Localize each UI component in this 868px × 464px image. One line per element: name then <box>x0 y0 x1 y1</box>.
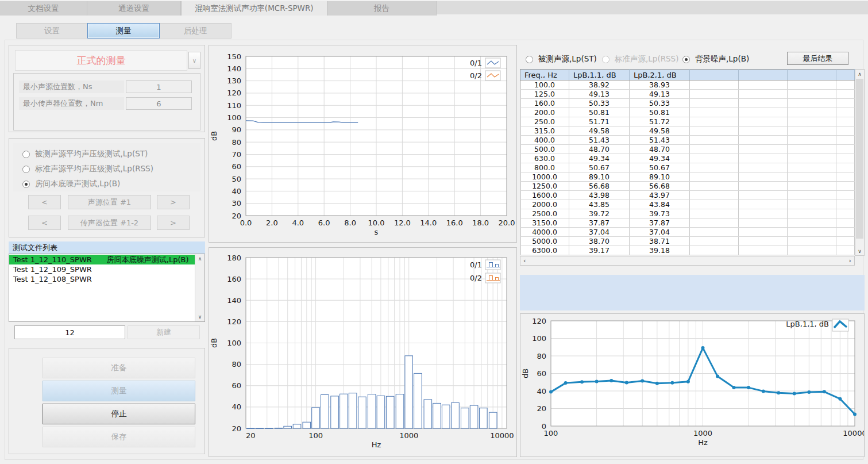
table-cell: 50.33 <box>569 99 630 108</box>
result-radio-lp-rss[interactable]: 标准声源,Lp(RSS) <box>602 54 678 64</box>
new-file-button[interactable]: 新建 <box>128 325 200 339</box>
table-cell-empty <box>788 136 836 145</box>
table-row[interactable]: 2500.039.7239.73 <box>520 209 855 218</box>
table-row[interactable]: 630.049.3449.34 <box>520 154 855 163</box>
table-row[interactable]: 200.050.8150.81 <box>520 108 855 117</box>
svg-text:140: 140 <box>227 64 241 73</box>
tab-mcr-spwr[interactable]: 混响室法测试声功率(MCR-SPWR) <box>181 1 327 16</box>
table-cell-empty <box>690 246 739 255</box>
table-row[interactable]: 3150.037.8737.87 <box>520 218 855 228</box>
final-result-button[interactable]: 最后结果 <box>787 52 848 65</box>
scroll-right-icon[interactable]: › <box>849 257 851 264</box>
table-column-header <box>788 70 836 80</box>
radio-lp-b-label: 房间本底噪声测试,Lp(B) <box>35 179 120 189</box>
mic-position-next-button[interactable]: > <box>157 216 190 230</box>
scroll-down-icon[interactable]: ∨ <box>198 314 202 320</box>
table-row[interactable]: 1250.056.6856.68 <box>520 182 855 191</box>
table-cell: 37.87 <box>630 218 690 228</box>
scroll-left-icon[interactable]: ‹ <box>523 257 526 264</box>
svg-text:60: 60 <box>232 162 241 171</box>
table-cell-empty <box>836 191 855 200</box>
file-list-item[interactable]: Test 1_12_109_SPWR <box>9 264 195 274</box>
table-cell-empty <box>788 218 836 228</box>
table-cell-empty <box>739 90 788 99</box>
svg-text:14.0: 14.0 <box>420 218 437 227</box>
result-radio-lp-b[interactable]: 背景噪声,Lp(B) <box>682 54 749 64</box>
measure-mode-dropdown[interactable]: 正式的测量 <box>15 50 187 71</box>
table-cell-empty <box>836 228 855 237</box>
table-row[interactable]: 500.048.7048.70 <box>520 145 855 154</box>
subtab-measure[interactable]: 测量 <box>87 23 160 39</box>
stop-button[interactable]: 停止 <box>43 404 195 424</box>
table-horizontal-scrollbar[interactable]: ‹ › <box>520 256 855 266</box>
table-cell: 5000.0 <box>520 237 569 246</box>
table-row[interactable]: 800.050.6750.67 <box>520 163 855 172</box>
time-history-chart: 20304050607080901001101201301401500.02.0… <box>209 45 517 243</box>
result-radio-lp-st[interactable]: 被测声源,Lp(ST) <box>526 54 597 64</box>
svg-text:s: s <box>375 228 379 236</box>
table-cell: 89.10 <box>630 172 690 182</box>
prepare-button[interactable]: 准备 <box>43 358 195 378</box>
measure-mode-group: 正式的测量 ∨ 最小声源位置数，Ns 1 最小传声器位置数，Nm 6 <box>9 45 205 132</box>
table-cell-empty <box>788 108 836 117</box>
scroll-down-icon[interactable]: ∨ <box>855 247 864 255</box>
file-listbox: Test 1_12_110_SPWR房间本底噪声测试,Lp(B)Test 1_1… <box>9 254 205 322</box>
table-cell: 125.0 <box>520 90 569 99</box>
min-source-positions-value[interactable]: 1 <box>126 80 192 93</box>
table-cell: 39.72 <box>569 209 630 218</box>
table-row[interactable]: 250.051.7151.72 <box>520 117 855 126</box>
chevron-down-icon[interactable]: ∨ <box>188 52 200 69</box>
subtab-settings[interactable]: 设置 <box>16 23 88 39</box>
table-row[interactable]: 315.049.5849.58 <box>520 126 855 136</box>
table-cell: 500.0 <box>520 145 569 154</box>
table-cell-empty <box>788 145 836 154</box>
table-vertical-scrollbar[interactable]: ∧ ∨ <box>855 69 865 256</box>
table-row[interactable]: 1600.043.9843.97 <box>520 191 855 200</box>
file-count-field[interactable]: 12 <box>14 325 125 339</box>
table-cell: 50.33 <box>630 99 690 108</box>
table-cell-empty <box>836 117 855 126</box>
file-list-item[interactable]: Test 1_12_108_SPWR <box>9 274 195 284</box>
table-row[interactable]: 4000.037.0437.04 <box>520 228 855 237</box>
source-position-prev-button[interactable]: < <box>28 195 61 209</box>
tab-document-settings[interactable]: 文档设置 <box>0 1 87 16</box>
table-cell-empty <box>739 126 788 136</box>
file-list-item[interactable]: Test 1_12_110_SPWR房间本底噪声测试,Lp(B) <box>9 255 195 264</box>
scrollbar-thumb[interactable] <box>856 79 863 239</box>
source-position-button[interactable]: 声源位置 #1 <box>68 195 151 209</box>
file-list: Test 1_12_110_SPWR房间本底噪声测试,Lp(B)Test 1_1… <box>9 255 195 321</box>
mic-position-prev-button[interactable]: < <box>28 216 61 230</box>
svg-text:110: 110 <box>227 101 241 110</box>
svg-text:10.0: 10.0 <box>368 218 385 227</box>
table-cell-empty <box>739 191 788 200</box>
radio-lp-rss[interactable]: 标准声源平均声压级测试,Lp(RSS) <box>22 164 200 174</box>
tab-report[interactable]: 报告 <box>327 1 437 16</box>
table-row[interactable]: 2000.043.8543.84 <box>520 200 855 209</box>
table-row[interactable]: 125.049.1349.13 <box>520 90 855 99</box>
subtab-postprocess[interactable]: 后处理 <box>159 23 232 39</box>
scroll-up-icon[interactable]: ∧ <box>855 70 864 78</box>
table-cell: 48.70 <box>630 145 690 154</box>
mic-position-button[interactable]: 传声器位置 #1-2 <box>68 216 151 230</box>
table-row[interactable]: 6300.039.1739.18 <box>520 246 855 255</box>
table-row[interactable]: 5000.038.7038.71 <box>520 237 855 246</box>
table-row[interactable]: 160.050.3350.33 <box>520 99 855 108</box>
table-row[interactable]: 100.038.9238.93 <box>520 80 855 90</box>
measure-button[interactable]: 测量 <box>43 381 195 401</box>
table-row[interactable]: 1000.089.1089.10 <box>520 172 855 182</box>
file-list-scrollbar[interactable]: ∧ ∨ <box>195 254 205 321</box>
table-cell-empty <box>836 209 855 218</box>
radio-lp-st[interactable]: 被测声源平均声压级测试,Lp(ST) <box>22 149 200 159</box>
table-cell-empty <box>836 163 855 172</box>
radio-lp-b[interactable]: 房间本底噪声测试,Lp(B) <box>22 179 200 189</box>
min-mic-positions-value[interactable]: 6 <box>126 97 192 110</box>
table-row[interactable]: 400.051.4351.43 <box>520 136 855 145</box>
scroll-up-icon[interactable]: ∧ <box>198 256 202 262</box>
svg-text:100: 100 <box>544 429 558 438</box>
table-cell: 51.72 <box>630 117 690 126</box>
table-cell-empty <box>788 228 836 237</box>
svg-text:80: 80 <box>232 360 241 369</box>
source-position-next-button[interactable]: > <box>157 195 190 209</box>
tab-channel-settings[interactable]: 通道设置 <box>87 1 181 16</box>
save-button[interactable]: 保存 <box>43 427 195 447</box>
